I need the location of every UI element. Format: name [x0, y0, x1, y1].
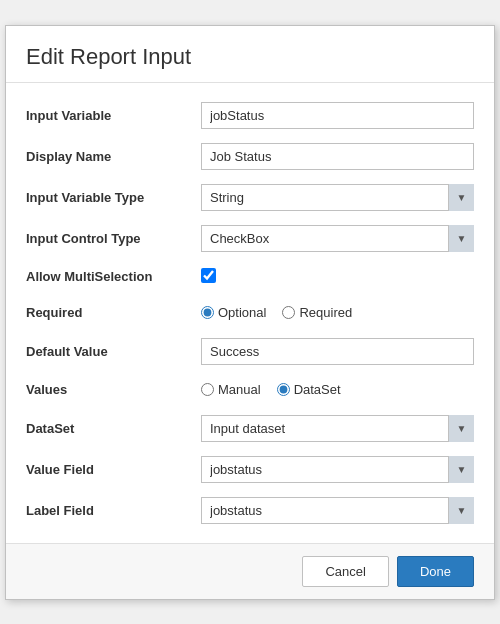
manual-radio-label[interactable]: Manual [201, 382, 261, 397]
required-radio-group: Optional Required [201, 305, 474, 320]
values-row: Values Manual DataSet [26, 372, 474, 408]
edit-report-input-dialog: Edit Report Input Input Variable Display… [5, 25, 495, 600]
dialog-footer: Cancel Done [6, 543, 494, 599]
dataset-wrapper: Input dataset ▼ [201, 415, 474, 442]
default-value-field[interactable] [201, 338, 474, 365]
dataset-radio-label[interactable]: DataSet [277, 382, 341, 397]
manual-radio[interactable] [201, 383, 214, 396]
optional-radio-label[interactable]: Optional [201, 305, 266, 320]
dataset-row: DataSet Input dataset ▼ [26, 408, 474, 449]
values-label: Values [26, 382, 201, 397]
value-field-wrapper: jobstatus ▼ [201, 456, 474, 483]
required-control: Optional Required [201, 305, 474, 320]
done-button[interactable]: Done [397, 556, 474, 587]
dataset-label: DataSet [26, 421, 201, 436]
label-field-wrapper: jobstatus ▼ [201, 497, 474, 524]
label-field-label: Label Field [26, 503, 201, 518]
required-radio-label[interactable]: Required [282, 305, 352, 320]
optional-radio[interactable] [201, 306, 214, 319]
input-variable-row: Input Variable [26, 95, 474, 136]
dialog-header: Edit Report Input [6, 26, 494, 83]
input-control-type-wrapper: CheckBox TextBox DropDown RadioButton ▼ [201, 225, 474, 252]
optional-radio-text: Optional [218, 305, 266, 320]
dataset-control: Input dataset ▼ [201, 415, 474, 442]
value-field-select[interactable]: jobstatus [201, 456, 474, 483]
default-value-row: Default Value [26, 331, 474, 372]
input-variable-control [201, 102, 474, 129]
input-control-type-row: Input Control Type CheckBox TextBox Drop… [26, 218, 474, 259]
value-field-row: Value Field jobstatus ▼ [26, 449, 474, 490]
display-name-field[interactable] [201, 143, 474, 170]
required-label: Required [26, 305, 201, 320]
default-value-control [201, 338, 474, 365]
display-name-control [201, 143, 474, 170]
dataset-radio-text: DataSet [294, 382, 341, 397]
allow-multiselection-checkbox[interactable] [201, 268, 216, 283]
value-field-label: Value Field [26, 462, 201, 477]
dialog-title: Edit Report Input [26, 44, 474, 70]
input-control-type-control: CheckBox TextBox DropDown RadioButton ▼ [201, 225, 474, 252]
manual-radio-text: Manual [218, 382, 261, 397]
allow-multiselection-control [201, 268, 474, 286]
default-value-label: Default Value [26, 344, 201, 359]
input-variable-type-control: String Integer Boolean Date ▼ [201, 184, 474, 211]
input-variable-label: Input Variable [26, 108, 201, 123]
dialog-body: Input Variable Display Name Input Variab… [6, 83, 494, 543]
label-field-row: Label Field jobstatus ▼ [26, 490, 474, 531]
input-variable-type-row: Input Variable Type String Integer Boole… [26, 177, 474, 218]
input-variable-field[interactable] [201, 102, 474, 129]
dataset-select[interactable]: Input dataset [201, 415, 474, 442]
dataset-radio[interactable] [277, 383, 290, 396]
display-name-label: Display Name [26, 149, 201, 164]
label-field-control: jobstatus ▼ [201, 497, 474, 524]
input-variable-type-select[interactable]: String Integer Boolean Date [201, 184, 474, 211]
required-radio-text: Required [299, 305, 352, 320]
value-field-control: jobstatus ▼ [201, 456, 474, 483]
allow-multiselection-row: Allow MultiSelection [26, 259, 474, 295]
label-field-select[interactable]: jobstatus [201, 497, 474, 524]
values-control: Manual DataSet [201, 382, 474, 397]
cancel-button[interactable]: Cancel [302, 556, 388, 587]
input-variable-type-wrapper: String Integer Boolean Date ▼ [201, 184, 474, 211]
input-control-type-select[interactable]: CheckBox TextBox DropDown RadioButton [201, 225, 474, 252]
required-row: Required Optional Required [26, 295, 474, 331]
values-radio-group: Manual DataSet [201, 382, 474, 397]
input-variable-type-label: Input Variable Type [26, 190, 201, 205]
allow-multiselection-label: Allow MultiSelection [26, 269, 201, 284]
display-name-row: Display Name [26, 136, 474, 177]
required-radio[interactable] [282, 306, 295, 319]
input-control-type-label: Input Control Type [26, 231, 201, 246]
